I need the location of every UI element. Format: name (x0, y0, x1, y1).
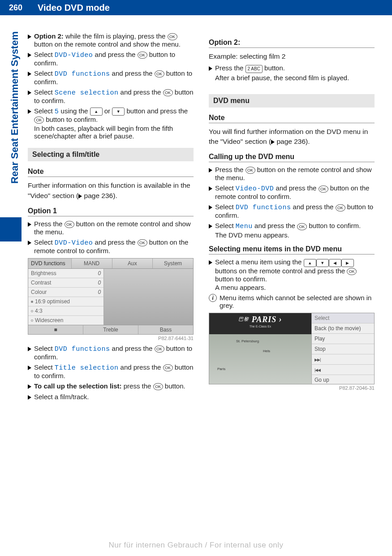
bullet-icon (28, 72, 31, 76)
bullet-icon (28, 395, 31, 400)
bullet-icon (28, 91, 31, 95)
ok-button-icon: OK (163, 89, 173, 96)
step-o1-select-film: Select a film/track. (28, 393, 194, 401)
ok-button-icon: OK (168, 33, 177, 40)
step-call-select-videodvd: Select Video-DVD and press the OK button… (209, 184, 375, 200)
bullet-icon (28, 222, 31, 227)
step-call-select-dvdfunctions: Select DVD functions and press the OK bu… (209, 203, 375, 219)
bullet-icon (209, 260, 212, 265)
bullet-icon (28, 109, 31, 114)
image-caption: P82.87-2046-31 (209, 385, 375, 391)
bullet-icon (28, 384, 31, 389)
bullet-icon (209, 66, 212, 71)
xref-icon (271, 140, 275, 144)
sidebar-tab-marker (0, 217, 22, 241)
step-select-5: Select 5 using the or button and press t… (28, 107, 194, 140)
bullet-icon (209, 205, 212, 210)
ok-button-icon: OK (138, 52, 147, 59)
ok-button-icon: OK (153, 383, 163, 390)
note-heading: Note (209, 114, 375, 123)
step-call-press-ok: Press the OK button on the remote contro… (209, 166, 375, 181)
bullet-icon (28, 241, 31, 245)
ok-button-icon: OK (138, 239, 147, 246)
menu-item-play: Play (312, 334, 374, 344)
menu-term-titleselection: Title selection (55, 364, 119, 372)
step-o1-press-ok: Press the OK button on the remote contro… (28, 220, 194, 236)
calling-up-heading: Calling up the DVD menu (209, 153, 375, 162)
option2-label: Option 2: (34, 32, 64, 40)
tab-dvdfunctions: DVD functions (28, 259, 71, 268)
tab-mand: MAND (71, 259, 112, 268)
menu-item-fwd (312, 354, 374, 365)
up-button-icon (304, 259, 316, 267)
menu-term-dvdvideo: DVD-Video (55, 239, 93, 247)
menu-item-stop: Stop (312, 344, 374, 354)
menu-term-videodvd: Video-DVD (236, 185, 274, 193)
bullet-icon (209, 224, 212, 228)
note-heading: Note (28, 168, 194, 177)
step-o1-select-titleselection: Select Title selection and press the OK … (28, 363, 194, 379)
down-button-icon (316, 259, 329, 267)
ok-button-icon: OK (347, 268, 357, 275)
menu-term-dvdfunctions: DVD functions (236, 204, 291, 211)
ok-button-icon: OK (65, 221, 74, 228)
section-dvd-menu: DVD menu (209, 94, 375, 108)
step-option2-intro: Option 2: while the film is playing, pre… (28, 32, 194, 48)
bullet-icon (28, 347, 31, 351)
bullet-icon (28, 366, 31, 370)
note-text: Further information on this function is … (28, 181, 194, 201)
ok-button-icon: OK (163, 364, 173, 371)
menu-item-goup: Go up (312, 375, 374, 385)
menu-term-dvdfunctions: DVD functions (55, 70, 110, 78)
left-column: Option 2: while the film is playing, pre… (28, 32, 194, 403)
menu-term-dvdfunctions: DVD functions (55, 345, 110, 353)
bullet-icon (209, 168, 212, 172)
menu-item-back: Back (to the movie) (312, 323, 374, 334)
right-button-icon (341, 259, 354, 267)
image-caption: P82.87-6441-31 (28, 336, 194, 341)
left-button-icon (329, 259, 341, 267)
selecting-items-heading: Selecting menu items in the DVD menu (209, 245, 375, 254)
key-2abc-icon: 2 ABC (246, 65, 263, 73)
menu-item-select: Select (312, 313, 374, 323)
option1-heading: Option 1 (28, 207, 194, 216)
ok-button-icon: OK (246, 167, 255, 174)
info-note: i Menu items which cannot be selected ar… (209, 294, 375, 309)
step-o1-callup-list: To call up the selection list: press the… (28, 382, 194, 390)
option2-example: Example: selecting film 2 (209, 52, 375, 61)
page-content: Option 2: while the film is playing, pre… (0, 15, 392, 403)
step-o1-select-dvdfunctions: Select DVD functions and press the OK bu… (28, 345, 194, 361)
tab-aux: Aux (112, 259, 153, 268)
skip-fwd-icon (314, 356, 320, 362)
down-button-icon (112, 108, 125, 116)
bullet-icon (209, 186, 212, 191)
note-text: You will find further information on the… (209, 127, 375, 147)
page-footer: Nur für internen Gebrauch / For internal… (0, 541, 392, 550)
section-selecting-film: Selecting a film/title (28, 148, 194, 161)
page-header: 260 Video DVD mode (0, 0, 392, 15)
tab-system: System (152, 259, 193, 268)
step-opt2-press-2abc: Press the 2 ABC button. After a brief pa… (209, 64, 375, 81)
menu-term-menu: Menu (236, 223, 253, 230)
step-select-dvdvideo: Select DVD-Video and press the OK button… (28, 51, 194, 67)
ok-button-icon: OK (319, 185, 328, 193)
sidebar-tab: Rear Seat Entertainment System (9, 31, 21, 184)
menu-item-rew (312, 365, 374, 375)
screenshot-dvd-menu-paris: 巴黎 PARIS › The E-Class Ex St. Petersburg… (209, 313, 375, 384)
bullet-icon (28, 34, 31, 39)
info-icon: i (209, 294, 217, 302)
ok-button-icon: OK (336, 204, 345, 211)
ok-button-icon: OK (34, 116, 44, 124)
menu-term-5: 5 (55, 108, 59, 116)
step-note: In both cases, playback will begin from … (34, 125, 194, 140)
step-select-dvdfunctions: Select DVD functions and press the OK bu… (28, 69, 194, 86)
step-o1-select-dvdvideo: Select DVD-Video and press the OK button… (28, 238, 194, 254)
ok-button-icon: OK (155, 70, 164, 78)
step-note: The DVD menu appears. (215, 231, 375, 239)
step-note: After a brief pause, the second film is … (215, 74, 375, 82)
step-select-menu-item: Select a menu item using the buttons on … (209, 258, 375, 291)
step-note: A menu appears. (215, 284, 375, 291)
screenshot-dvd-functions-menu: DVD functions MAND Aux System Brightness… (28, 258, 194, 335)
ok-button-icon: OK (297, 223, 307, 230)
page-number: 260 (0, 0, 31, 15)
